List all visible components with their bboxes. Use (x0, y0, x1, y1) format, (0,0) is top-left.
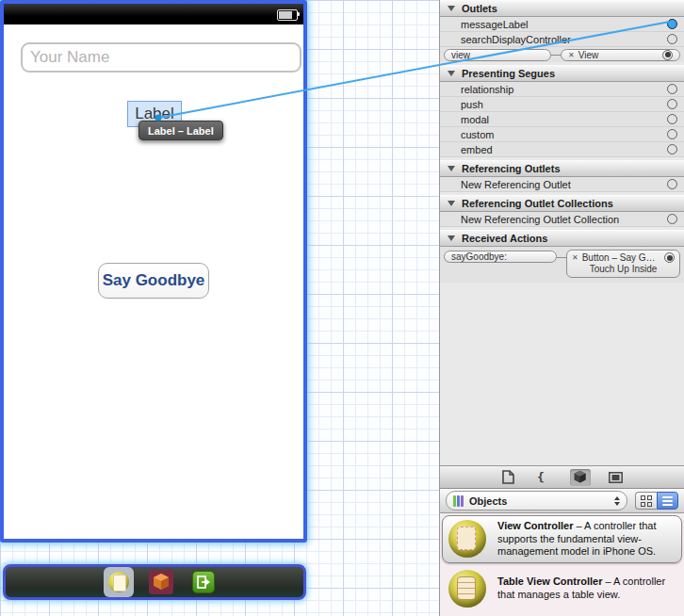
status-bar (4, 4, 303, 24)
action-target-box[interactable]: ✕ Button – Say G… Touch Up Inside (566, 250, 680, 278)
outlet-row-messagelabel[interactable]: messageLabel (440, 17, 684, 32)
new-referencing-outlet-row[interactable]: New Referencing Outlet (440, 177, 684, 192)
view-controller-icon (448, 520, 486, 558)
section-outlets: Outlets messageLabel searchDisplayContro… (440, 0, 684, 62)
disclosure-triangle-icon[interactable] (448, 166, 455, 171)
exit-arrow-icon (196, 575, 211, 590)
outlet-label: view (451, 50, 470, 60)
view-controller-scene[interactable]: Label Label – Label Say Goodbye (0, 0, 307, 543)
connection-well[interactable] (667, 129, 677, 139)
battery-icon (277, 9, 298, 21)
file-template-library-icon[interactable] (498, 469, 519, 486)
xcode-interface-builder: Label Label – Label Say Goodbye (0, 0, 684, 616)
outlet-row-searchdisplaycontroller[interactable]: searchDisplayController (440, 32, 684, 47)
grid-view-button[interactable] (635, 492, 657, 510)
outlet-row-view-connected[interactable]: view ✕ View (440, 47, 684, 62)
outlet-rows: messageLabel searchDisplayController vie… (440, 17, 684, 62)
page-icon (113, 575, 126, 592)
connection-well-filled[interactable] (662, 50, 673, 60)
section-referencing-outlets: Referencing Outlets New Referencing Outl… (440, 160, 684, 192)
dropdown-label: Objects (469, 495, 507, 507)
connection-well[interactable] (667, 84, 677, 94)
section-presenting-segues: Presenting Segues relationship push moda… (440, 65, 684, 157)
section-received-actions: Received Actions sayGoodbye: ✕ Button – … (440, 230, 684, 283)
svg-text:{ }: { } (537, 471, 552, 483)
disconnect-icon[interactable]: ✕ (572, 253, 578, 262)
list-view-button[interactable] (657, 492, 678, 510)
connections-inspector: Outlets messageLabel searchDisplayContro… (439, 0, 684, 465)
disclosure-triangle-icon[interactable] (448, 201, 455, 206)
dock-exit-icon[interactable] (192, 571, 215, 593)
name-text-field[interactable] (21, 42, 301, 73)
connection-well[interactable] (667, 179, 677, 189)
library-objects-dropdown[interactable]: Objects (446, 491, 627, 511)
segue-rows: relationship push modal custom embed (440, 82, 684, 157)
connection-well-highlighted[interactable] (667, 19, 677, 29)
section-referencing-outlet-collections: Referencing Outlet Collections New Refer… (440, 195, 684, 227)
disclosure-triangle-icon[interactable] (448, 235, 455, 241)
dock-first-responder-icon[interactable] (149, 570, 173, 594)
action-label: sayGoodbye: (451, 251, 507, 262)
library-selector-bar: { } (439, 465, 684, 489)
section-title: Referencing Outlet Collections (462, 198, 613, 209)
segue-label: relationship (461, 84, 513, 95)
disconnect-icon[interactable]: ✕ (568, 51, 575, 59)
action-source-capsule[interactable]: sayGoodbye: (444, 251, 557, 263)
section-header-presenting-segues[interactable]: Presenting Segues (440, 65, 684, 82)
library-item-title: View Controller (497, 520, 573, 531)
segue-row-relationship[interactable]: relationship (440, 82, 684, 97)
connection-well[interactable] (667, 34, 677, 44)
segue-row-embed[interactable]: embed (440, 142, 684, 157)
library-item-view-controller[interactable]: View Controller – A controller that supp… (442, 515, 682, 563)
object-library-list: View Controller – A controller that supp… (439, 513, 684, 616)
connection-target-capsule[interactable]: ✕ View (561, 49, 680, 61)
dock-view-controller-icon[interactable] (104, 567, 134, 597)
segue-label: modal (461, 114, 489, 125)
object-library-icon[interactable] (570, 469, 591, 486)
connection-well[interactable] (667, 114, 677, 124)
cube-icon (152, 573, 171, 592)
segue-label: custom (461, 129, 494, 140)
grid-icon (641, 495, 652, 507)
disclosure-triangle-icon[interactable] (448, 6, 455, 11)
received-action-rows: sayGoodbye: ✕ Button – Say G… Touch Up I… (440, 247, 684, 283)
dashed-view-icon (457, 527, 476, 550)
section-header-received-actions[interactable]: Received Actions (440, 230, 684, 247)
connection-well[interactable] (667, 99, 677, 109)
connection-source-capsule[interactable]: view (444, 49, 551, 61)
segue-row-custom[interactable]: custom (440, 127, 684, 142)
connection-well[interactable] (667, 144, 677, 154)
section-header-referencing-outlets[interactable]: Referencing Outlets (440, 160, 684, 177)
section-title: Received Actions (462, 233, 547, 244)
library-item-table-view-controller[interactable]: Table View Controller – A controller tha… (442, 565, 682, 612)
outlet-label: messageLabel (461, 19, 529, 30)
media-library-icon[interactable] (606, 469, 627, 486)
new-referencing-outlet-collection-row[interactable]: New Referencing Outlet Collection (440, 212, 684, 227)
library-item-text: Table View Controller – A controller tha… (497, 575, 676, 601)
row-label: New Referencing Outlet (461, 179, 571, 190)
segue-row-modal[interactable]: modal (440, 112, 684, 127)
segue-row-push[interactable]: push (440, 97, 684, 112)
referencing-outlet-collection-rows: New Referencing Outlet Collection (440, 212, 684, 227)
say-goodbye-button[interactable]: Say Goodbye (98, 263, 209, 299)
list-icon (662, 496, 673, 506)
segue-label: push (461, 99, 483, 110)
section-header-outlets[interactable]: Outlets (440, 0, 684, 17)
section-header-referencing-outlet-collections[interactable]: Referencing Outlet Collections (440, 195, 684, 212)
books-icon (453, 495, 464, 507)
library-item-text: View Controller – A controller that supp… (497, 520, 676, 559)
connection-well[interactable] (667, 214, 677, 224)
scene-dock[interactable] (3, 564, 306, 600)
section-title: Referencing Outlets (462, 163, 561, 174)
disclosure-triangle-icon[interactable] (448, 71, 455, 76)
connection-link-line (551, 55, 561, 56)
code-snippet-library-icon[interactable]: { } (534, 469, 555, 486)
stepper-arrows-icon (614, 496, 620, 506)
row-label: New Referencing Outlet Collection (461, 214, 619, 225)
connection-well-filled[interactable] (664, 252, 675, 263)
library-header: Objects (439, 489, 684, 513)
drag-tooltip: Label – Label (138, 121, 223, 140)
action-target-line: ✕ Button – Say G… (572, 251, 675, 264)
action-event-label: Touch Up Inside (572, 264, 675, 276)
saygoodbye-action-row[interactable]: sayGoodbye: ✕ Button – Say G… Touch Up I… (440, 247, 684, 283)
